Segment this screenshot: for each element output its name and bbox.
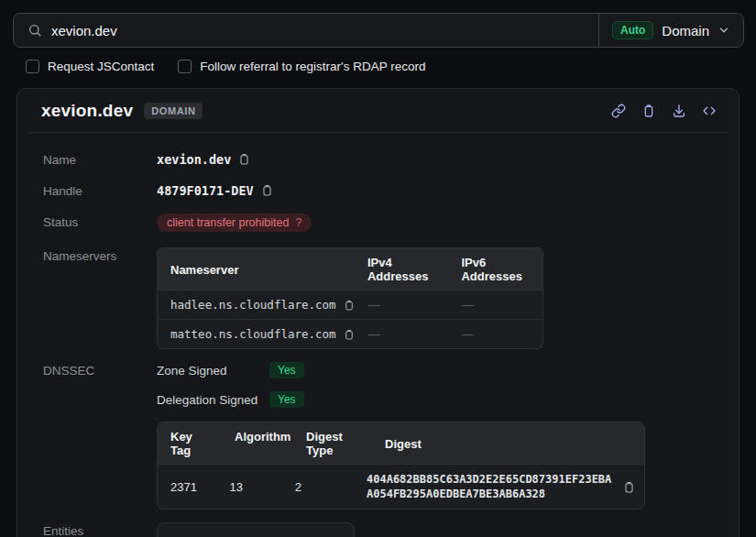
column-header: IPv6 Addresses [448, 248, 542, 290]
checkbox-request-jscontact[interactable]: Request JSContact [26, 60, 154, 73]
field-name: Name xevion.dev [43, 151, 713, 167]
column-header: Digest [372, 422, 644, 464]
field-label: Handle [43, 182, 157, 198]
ds-records-table: Key Tag Algorithm Digest Type Digest 237… [157, 422, 645, 510]
search-input[interactable]: xevion.dev [14, 14, 598, 47]
card-header: xevion.dev DOMAIN [28, 89, 728, 133]
column-header: Digest Type [293, 422, 372, 464]
column-header: Key Tag [158, 422, 222, 464]
checkbox-icon[interactable] [178, 60, 192, 73]
checkbox-icon[interactable] [26, 60, 39, 73]
checkbox-label: Request JSContact [48, 60, 154, 73]
entity-card: Handle 1068 Roles registrar [157, 522, 355, 537]
flag-label: Delegation Signed [157, 393, 269, 407]
dnssec-flags: Zone Signed Yes Delegation Signed Yes [157, 362, 713, 408]
table-header-row: Nameserver IPv4 Addresses IPv6 Addresses [158, 248, 542, 290]
nameserver-value: hadlee.ns.cloudflare.com [170, 298, 336, 312]
field-handle: Handle 4879F0171-DEV [43, 182, 713, 198]
field-dnssec: DNSSEC Zone Signed Yes Delegation Signed… [43, 362, 713, 510]
field-entities: Entities Handle 1068 Roles [43, 522, 713, 537]
query-type-dropdown[interactable]: Auto Domain [599, 14, 743, 47]
delegation-signed-badge: Yes [269, 391, 304, 408]
column-header: Nameserver [158, 248, 355, 290]
zone-signed-badge: Yes [269, 362, 304, 378]
card-body: Name xevion.dev Handle 4879F0171-DEV [17, 133, 739, 537]
search-query-text[interactable]: xevion.dev [51, 23, 117, 38]
ipv4-empty: — [356, 320, 449, 348]
table-row: 2371 13 2 404A682BB85C63A3D2E2E65CD87391… [158, 465, 644, 509]
copy-icon[interactable] [344, 328, 355, 341]
checkbox-follow-referral[interactable]: Follow referral to registrar's RDAP reco… [178, 60, 425, 73]
flag-label: Zone Signed [157, 364, 269, 378]
copy-icon[interactable] [640, 102, 658, 120]
domain-name-value: xevion.dev [157, 152, 231, 167]
field-nameservers: Nameservers Nameserver IPv4 Addresses IP… [43, 247, 713, 349]
key-tag-value: 2371 [158, 473, 216, 501]
copy-icon[interactable] [344, 299, 355, 312]
auto-mode-badge: Auto [612, 21, 653, 39]
nameserver-value: matteo.ns.cloudflare.com [170, 327, 336, 341]
status-help-icon[interactable]: ? [295, 216, 301, 229]
domain-title: xevion.dev [41, 101, 133, 121]
search-bar: xevion.dev Auto Domain [13, 13, 744, 48]
search-icon [27, 23, 42, 38]
checkbox-label: Follow referral to registrar's RDAP reco… [200, 60, 425, 73]
field-label: DNSSEC [43, 362, 157, 510]
permalink-icon[interactable] [609, 102, 628, 120]
table-row: hadlee.ns.cloudflare.com — — [158, 290, 542, 319]
column-header: Algorithm [222, 422, 293, 464]
card-actions [609, 102, 718, 120]
table-row: matteo.ns.cloudflare.com — — [158, 319, 542, 348]
digest-value: 404A682BB85C63A3D2E2E65CD87391EF23EBAA05… [367, 472, 614, 501]
domain-result-card: xevion.dev DOMAIN [16, 88, 740, 537]
ipv6-empty: — [449, 320, 542, 348]
table-header-row: Key Tag Algorithm Digest Type Digest [158, 422, 644, 465]
ipv6-empty: — [449, 290, 542, 319]
field-label: Nameservers [43, 247, 157, 349]
chevron-down-icon [718, 24, 730, 37]
field-label: Status [43, 214, 157, 232]
field-label: Entities [43, 522, 157, 537]
field-status: Status client transfer prohibited ? [43, 214, 713, 232]
column-header: IPv4 Addresses [355, 248, 449, 290]
digest-type-value: 2 [282, 473, 354, 501]
zone-signed-row: Zone Signed Yes [157, 362, 713, 378]
copy-icon[interactable] [261, 183, 273, 197]
handle-value: 4879F0171-DEV [157, 183, 254, 198]
options-row: Request JSContact Follow referral to reg… [26, 60, 425, 73]
query-type-selected: Domain [662, 23, 709, 38]
delegation-signed-row: Delegation Signed Yes [157, 391, 713, 408]
copy-icon[interactable] [238, 152, 250, 166]
nameservers-table: Nameserver IPv4 Addresses IPv6 Addresses… [157, 247, 543, 349]
download-icon[interactable] [670, 102, 688, 120]
copy-icon[interactable] [623, 480, 635, 494]
status-text: client transfer prohibited [167, 216, 289, 229]
object-type-badge: DOMAIN [144, 103, 203, 119]
algorithm-value: 13 [216, 473, 281, 501]
field-label: Name [43, 151, 157, 167]
ipv4-empty: — [356, 290, 449, 319]
raw-code-icon[interactable] [700, 102, 718, 120]
status-badge: client transfer prohibited ? [157, 214, 312, 232]
